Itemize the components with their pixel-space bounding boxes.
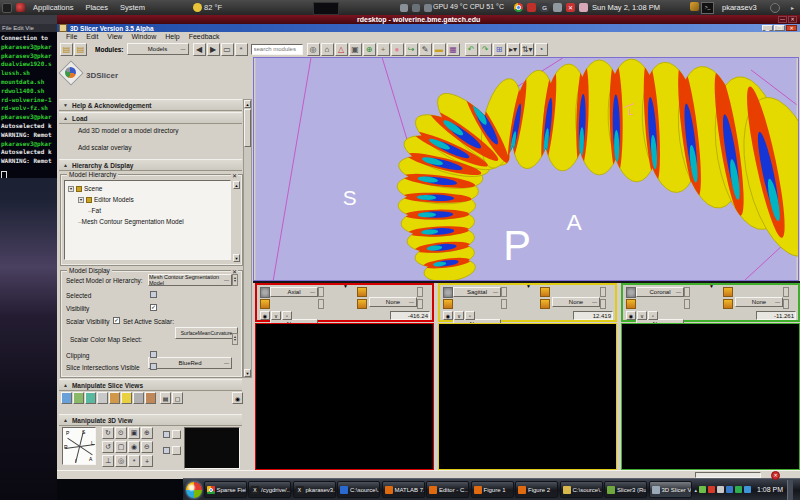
tree-node[interactable]: ▾Scene [68, 185, 102, 192]
distro-logo-icon[interactable] [16, 3, 25, 12]
active-scalar-combobox[interactable]: SurfaceMeanCurvature [175, 327, 238, 339]
orientation-combobox[interactable]: Coronal [636, 287, 684, 297]
module-search-input[interactable] [251, 44, 303, 55]
slice-intersections-checkbox[interactable] [150, 363, 157, 370]
gnome-menu-places[interactable]: Places [79, 3, 114, 12]
slicer-menu-view[interactable]: View [107, 33, 122, 40]
slice-fit-icon[interactable]: ▫ [648, 311, 658, 320]
layout-icon[interactable]: ⊞ [493, 43, 506, 56]
stereo-view-icon[interactable]: + [141, 455, 153, 467]
slice-visibility-eye-icon[interactable]: ◉ [260, 311, 270, 320]
import-scene-icon[interactable]: ▤ [74, 43, 87, 56]
measurements-icon[interactable]: △ [335, 43, 348, 56]
slicer-maximize-button[interactable]: ❐ [774, 25, 785, 31]
find-module-icon[interactable]: ◎ [307, 43, 320, 56]
scrollbar-thumb[interactable] [244, 109, 251, 147]
colormap-combobox[interactable]: BlueRed [148, 357, 232, 369]
section-manipulate-slice-views[interactable]: ▲Manipulate Slice Views [59, 379, 242, 391]
terminal-titlebar[interactable] [0, 15, 57, 24]
module-next-icon[interactable]: ▶ [207, 43, 220, 56]
terminal-menubar[interactable]: File Edit Vie [0, 24, 57, 32]
rdesktop-close-button[interactable]: ✕ [788, 16, 797, 23]
rotate-cw-icon[interactable]: ↻ [102, 427, 114, 439]
section-manipulate-3d-view[interactable]: ▲Manipulate 3D View [59, 414, 242, 426]
taskbar-item[interactable]: Figure 1 [471, 481, 514, 498]
orientation-spinner[interactable] [684, 287, 690, 297]
load-item-label[interactable]: Add 3D model or a model directory [78, 127, 178, 134]
slice-menu-icon[interactable]: v [454, 311, 464, 320]
keyring-icon[interactable] [690, 2, 699, 11]
app-red-icon[interactable] [527, 3, 536, 12]
slices-toggle-icon[interactable] [61, 392, 72, 404]
rdesktop-titlebar[interactable]: rdesktop - wolverine.bme.gatech.edu — ✕ [57, 15, 800, 24]
link-slices-icon[interactable] [260, 287, 270, 298]
mouse-transform-menu-icon[interactable]: ⇅▾ [521, 43, 534, 56]
zoom-out-icon[interactable]: ⊖ [141, 441, 153, 453]
taskbar-item[interactable]: Xpkarasev3... [293, 481, 336, 498]
background-spinner[interactable] [684, 299, 690, 309]
slice-menu-icon[interactable]: v [271, 311, 281, 320]
update-icon[interactable] [708, 486, 715, 493]
orientation-combobox[interactable]: Axial [270, 287, 318, 297]
background-layer-icon[interactable] [260, 299, 270, 309]
load-scene-icon[interactable]: ▤ [60, 43, 73, 56]
safety-icon[interactable] [699, 486, 706, 493]
slices-label-icon[interactable] [97, 392, 108, 404]
taskbar-item[interactable]: C:\source\... [337, 481, 380, 498]
selected-checkbox[interactable] [150, 291, 157, 298]
taskbar-item[interactable]: 3D Slicer V... [649, 481, 692, 498]
foreground-layer-icon[interactable] [540, 287, 550, 297]
scroll-up-icon[interactable]: ▲ [244, 100, 251, 108]
slicer-menu-window[interactable]: Window [131, 33, 156, 40]
panel-expand-icon[interactable]: ▸ [791, 4, 794, 11]
viewport-axial[interactable] [255, 323, 434, 470]
slicer-menu-file[interactable]: File [66, 33, 77, 40]
slice-menu-icon[interactable]: v [637, 311, 647, 320]
tree-node-label[interactable]: Mesh Contour Segmentation Model [82, 218, 184, 225]
orientation-compass[interactable]: P S L R I A [62, 427, 96, 465]
viewport-3d[interactable]: SPAL [253, 57, 799, 281]
anchor-view-icon[interactable]: ⊥ [102, 455, 114, 467]
terminal-applet-icon[interactable]: >_ [701, 2, 714, 14]
gnome-menu-system[interactable]: System [114, 3, 151, 12]
power-icon[interactable] [770, 3, 780, 13]
terminal-body[interactable]: Connection to pkarasev3@pkarpkarasev3@pk… [0, 32, 57, 178]
annotation-icon[interactable]: ✎ [419, 43, 432, 56]
volume-icon[interactable] [744, 486, 751, 493]
scalar-visibility-checkbox[interactable]: ✓ [113, 317, 120, 324]
slicer-menu-feedback[interactable]: Feedback [189, 33, 220, 40]
select-model-combobox[interactable]: Mesh Contour Segmentation Model [148, 274, 232, 286]
tree-expander-icon[interactable]: ▾ [68, 186, 74, 192]
network-icon[interactable] [726, 486, 733, 493]
notification-bell-icon[interactable] [193, 3, 202, 12]
editor-icon[interactable]: ↪ [405, 43, 418, 56]
slice-offset-value[interactable]: -416.24 [390, 311, 430, 320]
transforms-icon[interactable]: ⊕ [363, 43, 376, 56]
label-layer-icon[interactable] [540, 299, 550, 309]
scroll-down-icon[interactable]: ▼ [244, 369, 251, 377]
tree-scroll-down-icon[interactable]: ▼ [233, 254, 240, 262]
background-spinner[interactable] [318, 299, 324, 309]
ruler-icon[interactable]: ▬ [433, 43, 446, 56]
label-spinner[interactable] [417, 299, 423, 309]
taskbar-item[interactable]: Editor - C... [426, 481, 469, 498]
box-view-icon[interactable]: ▢ [115, 441, 127, 453]
load-item-label[interactable]: Add scalar overlay [78, 144, 131, 151]
user-menu[interactable]: pkarasev3 [722, 3, 757, 12]
show-desktop-button[interactable] [787, 480, 793, 500]
background-layer-icon[interactable] [443, 299, 453, 309]
mouse-mode-icon[interactable]: + [377, 43, 390, 56]
foreground-combobox[interactable]: None [552, 297, 600, 307]
redo-icon[interactable]: ↷ [479, 43, 492, 56]
taskbar-item[interactable]: Figure 2 [515, 481, 558, 498]
photo-icon[interactable] [579, 3, 588, 12]
panel-scrollbar[interactable]: ▲ ▼ [243, 99, 252, 378]
module-prev-icon[interactable]: ◀ [193, 43, 206, 56]
slices-fit-icon[interactable] [73, 392, 84, 404]
antivirus-icon[interactable] [735, 486, 742, 493]
slices-info-icon[interactable]: ◉ [232, 392, 243, 404]
link-slices-icon[interactable] [443, 287, 453, 298]
taskbar-item[interactable]: C:\source\... [560, 481, 603, 498]
mail-icon[interactable] [717, 486, 724, 493]
tree-node[interactable]: ▾Editor Models [78, 196, 134, 203]
